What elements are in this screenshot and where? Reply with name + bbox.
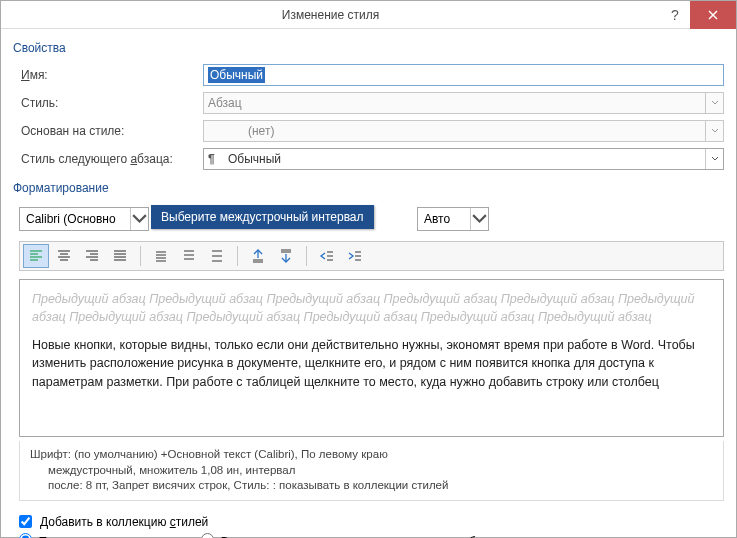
preview-ghost-text: Предыдущий абзац Предыдущий абзац Предыд… — [32, 290, 711, 326]
decrease-indent-icon — [319, 248, 335, 264]
align-justify-icon — [112, 248, 128, 264]
desc-line-2: междустрочный, множитель 1,08 ин, интерв… — [30, 463, 713, 479]
formatting-group-label: Форматирование — [13, 181, 724, 195]
align-center-button[interactable] — [51, 244, 77, 268]
chevron-down-icon[interactable] — [705, 121, 723, 141]
style-preview: Предыдущий абзац Предыдущий абзац Предыд… — [19, 279, 724, 437]
next-style-label: Стиль следующего абзаца: — [13, 152, 203, 166]
chevron-down-icon — [705, 93, 723, 113]
paragraph-icon: ¶ — [208, 152, 222, 166]
font-color-combo[interactable]: Авто — [417, 207, 489, 231]
font-family-combo[interactable]: Calibri (Основно — [19, 207, 149, 231]
add-to-gallery-label[interactable]: Добавить в коллекцию стилей — [40, 515, 208, 529]
properties-group-label: Свойства — [13, 41, 724, 55]
space-after-button[interactable] — [273, 244, 299, 268]
based-on-label: Основан на стиле: — [13, 124, 203, 138]
modify-style-dialog: Изменение стиля ? Свойства Имя: Обычный … — [0, 0, 737, 538]
close-icon — [708, 10, 718, 20]
align-center-icon — [56, 248, 72, 264]
desc-line-3: после: 8 пт, Запрет висячих строк, Стиль… — [30, 478, 713, 494]
style-type-combo: Абзац — [203, 92, 724, 114]
desc-line-1: Шрифт: (по умолчанию) +Основной текст (C… — [30, 447, 713, 463]
line-spacing-15-button[interactable] — [176, 244, 202, 268]
new-docs-radio-label[interactable]: В новых документах, использующих этот ша… — [201, 533, 496, 538]
based-on-combo[interactable]: (нет) — [203, 120, 724, 142]
align-justify-button[interactable] — [107, 244, 133, 268]
line-spacing-1-button[interactable] — [148, 244, 174, 268]
space-before-button[interactable] — [245, 244, 271, 268]
line-spacing-2-button[interactable] — [204, 244, 230, 268]
align-right-button[interactable] — [79, 244, 105, 268]
name-label: Имя: — [13, 68, 203, 82]
line-spacing-tooltip: Выберите междустрочный интервал — [151, 205, 374, 229]
align-left-button[interactable] — [23, 244, 49, 268]
chevron-down-icon[interactable] — [705, 149, 723, 169]
space-after-icon — [278, 248, 294, 264]
space-before-icon — [250, 248, 266, 264]
style-description: Шрифт: (по умолчанию) +Основной текст (C… — [19, 441, 724, 501]
align-right-icon — [84, 248, 100, 264]
font-color-value: Авто — [424, 212, 450, 226]
style-type-value: Абзац — [208, 96, 242, 110]
increase-indent-button[interactable] — [342, 244, 368, 268]
line-spacing-15-icon — [181, 248, 197, 264]
based-on-value: (нет) — [208, 124, 274, 138]
line-spacing-2-icon — [209, 248, 225, 264]
line-spacing-1-icon — [153, 248, 169, 264]
chevron-down-icon[interactable] — [130, 208, 148, 230]
new-docs-radio[interactable] — [201, 533, 214, 538]
paragraph-toolbar — [19, 241, 724, 271]
titlebar: Изменение стиля ? — [1, 1, 736, 29]
chevron-down-icon[interactable] — [470, 208, 488, 230]
preview-sample-text: Новые кнопки, которые видны, только если… — [32, 336, 711, 390]
style-type-label: Стиль: — [13, 96, 203, 110]
next-style-value: Обычный — [228, 152, 281, 166]
style-name-value: Обычный — [208, 67, 265, 83]
decrease-indent-button[interactable] — [314, 244, 340, 268]
increase-indent-icon — [347, 248, 363, 264]
close-button[interactable] — [690, 1, 736, 29]
help-button[interactable]: ? — [660, 1, 690, 29]
only-this-doc-radio[interactable] — [19, 533, 32, 538]
add-to-gallery-checkbox[interactable] — [19, 515, 32, 528]
dialog-title: Изменение стиля — [1, 8, 660, 22]
align-left-icon — [28, 248, 44, 264]
style-name-input[interactable]: Обычный — [203, 64, 724, 86]
font-family-value: Calibri (Основно — [26, 212, 116, 226]
next-style-combo[interactable]: ¶ Обычный — [203, 148, 724, 170]
only-this-doc-radio-label[interactable]: Только в этом документе — [19, 533, 179, 538]
